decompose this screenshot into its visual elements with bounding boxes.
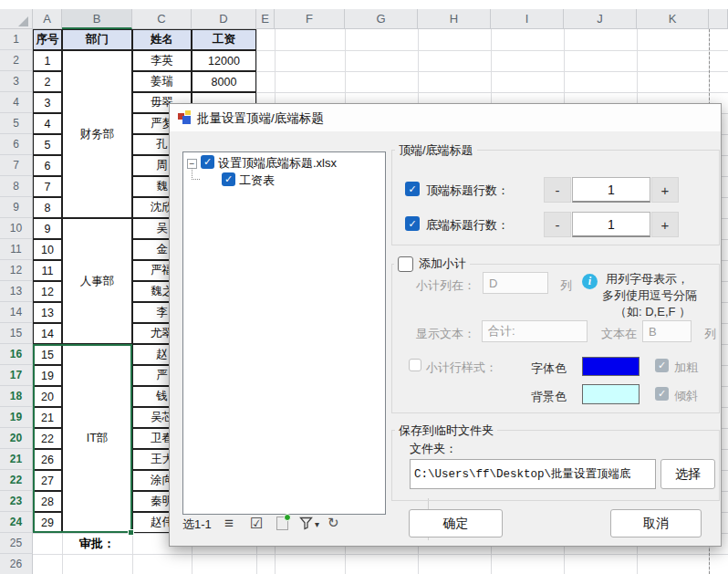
- filter-caret-icon[interactable]: ▾: [315, 519, 319, 529]
- subtotal-col-input[interactable]: D: [483, 272, 548, 294]
- row-header-24[interactable]: 24: [0, 512, 33, 533]
- row-header-2[interactable]: 2: [0, 50, 33, 71]
- selection-range[interactable]: [33, 344, 132, 533]
- cell-a5[interactable]: 4: [33, 113, 62, 134]
- top-rows-value[interactable]: 1: [572, 177, 650, 203]
- row-header-6[interactable]: 6: [0, 134, 33, 155]
- cell-a9[interactable]: 8: [33, 197, 62, 218]
- cell-a15[interactable]: 14: [33, 323, 62, 344]
- row-header-17[interactable]: 17: [0, 365, 33, 386]
- row-header-12[interactable]: 12: [0, 260, 33, 281]
- row-header-22[interactable]: 22: [0, 470, 33, 491]
- header-cell[interactable]: 工资: [192, 29, 256, 50]
- cell-salary[interactable]: 12000: [192, 50, 256, 71]
- text-at-input[interactable]: B: [642, 320, 692, 342]
- tree-root-label[interactable]: 设置顶端底端标题.xlsx: [218, 155, 337, 172]
- row-header-8[interactable]: 8: [0, 176, 33, 197]
- tree-child-checkbox[interactable]: ✓: [222, 172, 235, 186]
- tree-connector: [192, 168, 200, 180]
- row-header-10[interactable]: 10: [0, 218, 33, 239]
- cell-a3[interactable]: 2: [33, 71, 62, 92]
- bg-color-label: 背景色: [531, 389, 567, 405]
- row-header-26[interactable]: 26: [0, 554, 33, 574]
- cell-name[interactable]: 李英: [132, 50, 192, 71]
- row-header-15[interactable]: 15: [0, 323, 33, 344]
- display-text-input[interactable]: 合计:: [482, 320, 588, 342]
- info-icon: i: [582, 274, 598, 289]
- row-header-3[interactable]: 3: [0, 71, 33, 92]
- cell-a8[interactable]: 7: [33, 176, 62, 197]
- cell-salary[interactable]: 8000: [192, 71, 256, 92]
- top-rows-plus-button[interactable]: +: [651, 177, 679, 203]
- italic-checkbox[interactable]: ✓: [655, 387, 669, 401]
- row-header-13[interactable]: 13: [0, 281, 33, 302]
- header-cell[interactable]: 姓名: [132, 29, 192, 50]
- row-header-18[interactable]: 18: [0, 386, 33, 407]
- column-header-C[interactable]: C: [132, 9, 192, 29]
- folder-path-input[interactable]: C:\Users\ff\Desktop\批量设置顶端底: [410, 459, 656, 489]
- row-header-16[interactable]: 16: [0, 344, 33, 365]
- check-all-icon[interactable]: ☑: [250, 515, 263, 532]
- column-header-G[interactable]: G: [345, 9, 418, 29]
- cancel-button[interactable]: 取消: [610, 509, 702, 537]
- column-header-J[interactable]: J: [564, 9, 637, 29]
- row-header-19[interactable]: 19: [0, 407, 33, 428]
- row-header-25[interactable]: 25: [0, 533, 33, 554]
- ok-button[interactable]: 确定: [409, 509, 503, 537]
- column-header-E[interactable]: E: [256, 9, 275, 29]
- subtotal-toggle[interactable]: 添加小计: [394, 256, 470, 272]
- column-header-F[interactable]: F: [275, 9, 345, 29]
- sheet-page-icon[interactable]: [276, 517, 288, 530]
- row-header-11[interactable]: 11: [0, 239, 33, 260]
- column-header-A[interactable]: A: [33, 9, 62, 29]
- bg-color-swatch[interactable]: [582, 384, 640, 404]
- header-cell[interactable]: 部门: [62, 29, 132, 50]
- cell-a14[interactable]: 13: [33, 302, 62, 323]
- selection-fill-handle[interactable]: [128, 529, 134, 536]
- column-header-H[interactable]: H: [418, 9, 491, 29]
- cell-dept-财务部[interactable]: 财务部: [62, 50, 132, 218]
- cell-a7[interactable]: 6: [33, 155, 62, 176]
- cell-a11[interactable]: 10: [33, 239, 62, 260]
- row-header-4[interactable]: 4: [0, 92, 33, 113]
- row-header-9[interactable]: 9: [0, 197, 33, 218]
- bottom-title-checkbox[interactable]: ✓: [405, 216, 420, 231]
- choose-folder-button[interactable]: 选择: [660, 459, 715, 489]
- cell-dept-人事部[interactable]: 人事部: [62, 218, 132, 344]
- row-header-20[interactable]: 20: [0, 428, 33, 449]
- top-rows-minus-button[interactable]: -: [544, 177, 571, 203]
- column-header-B[interactable]: B: [62, 9, 132, 29]
- cell-a6[interactable]: 5: [33, 134, 62, 155]
- subtotal-checkbox[interactable]: [398, 256, 413, 272]
- cell-a13[interactable]: 12: [33, 281, 62, 302]
- cell-a10[interactable]: 9: [33, 218, 62, 239]
- row-header-1[interactable]: 1: [0, 29, 33, 50]
- row-header-21[interactable]: 21: [0, 449, 33, 470]
- subtotal-style-checkbox[interactable]: [409, 359, 421, 371]
- refresh-icon[interactable]: ↻: [328, 515, 339, 531]
- bottom-rows-value[interactable]: 1: [572, 212, 650, 237]
- row-header-23[interactable]: 23: [0, 491, 33, 512]
- row-header-7[interactable]: 7: [0, 155, 33, 176]
- dialog-titlebar[interactable]: 批量设置顶端/底端标题: [170, 104, 721, 131]
- column-header-K[interactable]: K: [637, 9, 709, 29]
- tree-root-checkbox[interactable]: ✓: [201, 155, 214, 169]
- cell-a4[interactable]: 3: [33, 92, 62, 113]
- cell-name[interactable]: 姜瑞: [132, 71, 192, 92]
- bottom-rows-minus-button[interactable]: -: [544, 212, 571, 237]
- select-all-corner[interactable]: [0, 9, 33, 29]
- bottom-rows-plus-button[interactable]: +: [651, 212, 679, 237]
- bold-checkbox[interactable]: ✓: [655, 359, 669, 372]
- row-header-5[interactable]: 5: [0, 113, 33, 134]
- tree-child-label[interactable]: 工资表: [239, 172, 275, 189]
- column-header-I[interactable]: I: [491, 9, 564, 29]
- font-color-swatch[interactable]: [582, 357, 640, 376]
- column-header-D[interactable]: D: [192, 9, 256, 29]
- cell-a12[interactable]: 11: [33, 260, 62, 281]
- cell-a2[interactable]: 1: [33, 50, 62, 71]
- header-cell[interactable]: 序号: [33, 29, 62, 50]
- filter-icon[interactable]: [299, 517, 314, 534]
- top-title-checkbox[interactable]: ✓: [405, 182, 420, 196]
- list-view-icon[interactable]: ≡: [224, 515, 234, 533]
- row-header-14[interactable]: 14: [0, 302, 33, 323]
